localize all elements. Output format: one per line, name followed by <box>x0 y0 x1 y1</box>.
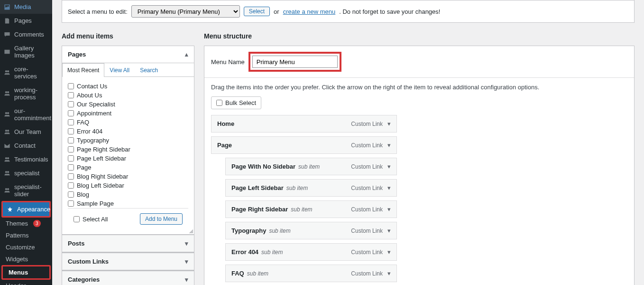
sidebar-item-testimonials[interactable]: Testimonials <box>0 152 52 166</box>
bulk-select[interactable]: Bulk Select <box>211 96 261 109</box>
select-all-checkbox[interactable] <box>74 216 80 222</box>
chevron-down-icon[interactable]: ▾ <box>387 206 391 213</box>
sidebar-item-commitment[interactable]: our-commintment <box>0 104 52 125</box>
pages-panel-header[interactable]: Pages▴ <box>62 46 194 63</box>
sidebar-item-media[interactable]: Media <box>0 0 52 14</box>
page-checkbox[interactable] <box>68 101 74 107</box>
add-to-menu-button[interactable]: Add to Menu <box>140 213 183 225</box>
menu-item[interactable]: PageCustom Link▾ <box>211 136 397 154</box>
select-all-label: Select All <box>83 216 108 223</box>
tab-viewall[interactable]: View All <box>104 63 135 77</box>
panel-title: Categories <box>68 276 100 283</box>
sidebar-sub-customize[interactable]: Customize <box>0 241 52 253</box>
sub-item-label: sub item <box>247 270 268 277</box>
chevron-down-icon[interactable]: ▾ <box>387 163 391 170</box>
categories-header[interactable]: Categories▾ <box>62 271 194 285</box>
menu-item[interactable]: Error 404sub itemCustom Link▾ <box>225 243 397 261</box>
sidebar-sub-widgets[interactable]: Widgets <box>0 253 52 265</box>
bulk-checkbox[interactable] <box>216 100 222 106</box>
chevron-down-icon[interactable]: ▾ <box>387 248 391 256</box>
page-checkbox-row[interactable]: Sample Page <box>68 199 188 208</box>
page-checkbox[interactable] <box>68 128 74 134</box>
page-checkbox-row[interactable]: Blog Left Sidebar <box>68 181 188 190</box>
menu-item[interactable]: Page Left Sidebarsub itemCustom Link▾ <box>225 179 397 197</box>
page-checkbox[interactable] <box>68 146 74 152</box>
chevron-down-icon[interactable]: ▾ <box>387 227 391 234</box>
svg-point-9 <box>7 157 9 159</box>
page-checkbox[interactable] <box>68 110 74 116</box>
menu-item[interactable]: Typographysub itemCustom Link▾ <box>225 222 397 239</box>
custom-links-header[interactable]: Custom Links▾ <box>62 253 194 270</box>
page-checkbox[interactable] <box>68 173 74 180</box>
sidebar-item-contact[interactable]: Contact <box>0 139 52 152</box>
pages-panel: Pages▴ Most Recent View All Search Conta… <box>62 46 194 235</box>
chevron-down-icon[interactable]: ▾ <box>387 142 391 149</box>
page-checkbox-row[interactable]: Page <box>68 163 188 172</box>
sidebar-item-specialist[interactable]: specialist <box>0 166 52 180</box>
posts-panel-header[interactable]: Posts▾ <box>62 235 194 252</box>
menu-item-title: Page With No Sidebar <box>231 163 295 170</box>
page-icon <box>4 18 10 24</box>
sidebar-sub-themes[interactable]: Themes3 <box>0 218 52 229</box>
menu-item-title: Page Right Sidebar <box>231 206 288 213</box>
create-menu-link[interactable]: create a new menu <box>283 8 336 15</box>
tab-recent[interactable]: Most Recent <box>62 63 104 77</box>
page-checkbox-row[interactable]: Typography <box>68 136 188 145</box>
chevron-down-icon[interactable]: ▾ <box>387 120 391 127</box>
sidebar-item-specialist-slider[interactable]: specialist-slider <box>0 180 52 201</box>
menu-name-input[interactable] <box>252 56 338 68</box>
media-icon <box>4 4 10 10</box>
sidebar-item-working-process[interactable]: working-process <box>0 83 52 104</box>
page-checkbox-row[interactable]: About Us <box>68 91 188 100</box>
sidebar-item-pages[interactable]: Pages <box>0 14 52 28</box>
sidebar-sub-menus[interactable]: Menus <box>3 266 49 278</box>
page-checkbox[interactable] <box>68 182 74 189</box>
page-checkbox-row[interactable]: Contact Us <box>68 82 188 91</box>
page-checkbox-row[interactable]: Blog <box>68 190 188 199</box>
users-icon <box>4 156 10 163</box>
page-checkbox[interactable] <box>68 83 74 89</box>
page-checkbox-row[interactable]: Blog Right Sidebar <box>68 172 188 181</box>
menu-item[interactable]: HomeCustom Link▾ <box>211 115 397 133</box>
panel-title: Custom Links <box>68 258 109 265</box>
sidebar-label: Contact <box>14 142 36 149</box>
page-checkbox[interactable] <box>68 200 74 207</box>
menu-item-type: Custom Link <box>351 142 383 149</box>
sidebar-sub-header[interactable]: Header <box>0 280 52 285</box>
sidebar-sub-patterns[interactable]: Patterns <box>0 229 52 241</box>
sidebar-item-comments[interactable]: Comments <box>0 28 52 41</box>
page-checkbox-row[interactable]: FAQ <box>68 118 188 127</box>
page-checkbox[interactable] <box>68 155 74 162</box>
page-checkbox[interactable] <box>68 119 74 125</box>
select-button[interactable]: Select <box>244 7 270 16</box>
sidebar-sub-label: Menus <box>9 269 28 276</box>
users-icon <box>4 170 10 177</box>
sidebar-item-gallery[interactable]: Gallery Images <box>0 41 52 62</box>
svg-point-11 <box>7 171 9 173</box>
svg-point-7 <box>7 130 9 132</box>
menu-item[interactable]: Page With No Sidebarsub itemCustom Link▾ <box>225 158 397 175</box>
page-checkbox[interactable] <box>68 137 74 143</box>
sidebar-item-team[interactable]: Our Team <box>0 125 52 139</box>
menu-item[interactable]: FAQsub itemCustom Link▾ <box>225 265 397 282</box>
sidebar-item-core-services[interactable]: core-services <box>0 62 52 83</box>
page-checkbox-row[interactable]: Page Left Sidebar <box>68 154 188 163</box>
svg-point-4 <box>5 112 7 114</box>
page-checkbox-row[interactable]: Our Specialist <box>68 100 188 109</box>
page-checkbox[interactable] <box>68 164 74 171</box>
page-checkbox-row[interactable]: Error 404 <box>68 127 188 136</box>
sidebar-item-appearance[interactable]: Appearance <box>3 202 49 216</box>
page-checkbox-row[interactable]: Appointment <box>68 109 188 118</box>
menu-select[interactable]: Primary Menu (Primary Menu) <box>131 5 240 18</box>
menu-item-type: Custom Link <box>351 249 383 256</box>
themes-badge: 3 <box>33 220 41 227</box>
page-checkbox-row[interactable]: Page Right Sidebar <box>68 145 188 154</box>
page-checkbox[interactable] <box>68 191 74 198</box>
menu-item[interactable]: Page Right Sidebarsub itemCustom Link▾ <box>225 200 397 218</box>
select-all-row[interactable]: Select All <box>74 215 108 224</box>
page-checkbox[interactable] <box>68 92 74 98</box>
tab-search[interactable]: Search <box>135 63 163 77</box>
chevron-down-icon[interactable]: ▾ <box>387 270 391 277</box>
chevron-down-icon[interactable]: ▾ <box>387 184 391 191</box>
note-text: . Do not forget to save your changes! <box>339 8 440 15</box>
